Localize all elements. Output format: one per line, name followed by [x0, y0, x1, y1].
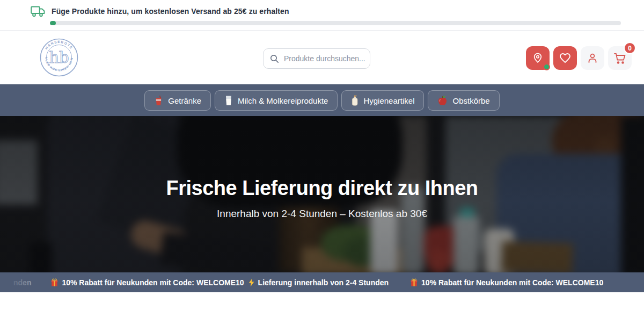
user-icon: [587, 52, 598, 64]
cart-count-badge: 0: [624, 42, 636, 54]
lotion-bottle-icon: [351, 95, 358, 106]
free-shipping-banner: Füge Produkte hinzu, um kostenlosen Vers…: [0, 0, 644, 31]
ticker-message: 10% Rabatt für Neukunden mit Code: WELCO…: [410, 278, 603, 287]
category-button-hygiene[interactable]: Hygieneartikel: [341, 90, 424, 111]
wishlist-button[interactable]: [553, 46, 577, 70]
milk-glass-icon: [224, 95, 233, 106]
logo-monogram: hb: [49, 48, 69, 67]
free-shipping-message: Füge Produkte hinzu, um kostenlosen Vers…: [52, 7, 289, 16]
apple-icon: [437, 95, 448, 106]
ticker-track: nden 10% Rabatt für Neukunden mit Code: …: [0, 272, 644, 292]
ticker-partial-text: nden: [13, 278, 31, 287]
location-status-dot: [543, 63, 550, 70]
header-actions: 0: [526, 46, 632, 70]
hero-title: Frische Lieferung direkt zu Ihnen: [166, 177, 478, 200]
shipping-progress-fill: [50, 21, 56, 25]
cart-button[interactable]: 0: [608, 46, 632, 70]
category-nav: Getränke Milch & Molkereiprodukte Hygien…: [0, 84, 644, 116]
category-button-milch[interactable]: Milch & Molkereiprodukte: [215, 90, 338, 111]
shipping-progress-bar: [50, 21, 621, 25]
site-header: HANSEBOTE ALLES AUS EINER HAND hb: [0, 31, 644, 84]
account-button[interactable]: [581, 46, 604, 70]
page-background: [0, 292, 644, 310]
hero-subtitle: Innerhalb von 2-4 Stunden – Kostenlos ab…: [217, 208, 427, 220]
lightning-icon: [248, 278, 255, 287]
gift-icon: [410, 278, 418, 287]
truck-icon: [31, 5, 45, 17]
search-box: [263, 48, 370, 69]
drink-cup-icon: [154, 95, 163, 106]
location-pin-icon: [532, 52, 544, 64]
location-button[interactable]: [526, 46, 550, 70]
search-icon: [270, 54, 279, 63]
gift-icon: [50, 278, 58, 287]
ticker-message: Lieferung innerhalb von 2-4 Stunden: [248, 278, 389, 287]
category-button-obstkoerbe[interactable]: Obstkörbe: [428, 90, 499, 111]
heart-icon: [559, 52, 572, 64]
hero-banner: Frische Lieferung direkt zu Ihnen Innerh…: [0, 116, 644, 272]
brand-logo[interactable]: HANSEBOTE ALLES AUS EINER HAND hb: [40, 38, 78, 77]
cart-icon: [613, 52, 626, 64]
search-input[interactable]: [284, 54, 381, 63]
promo-ticker: nden 10% Rabatt für Neukunden mit Code: …: [0, 272, 644, 292]
category-button-getraenke[interactable]: Getränke: [144, 90, 211, 111]
ticker-message: 10% Rabatt für Neukunden mit Code: WELCO…: [50, 278, 244, 287]
